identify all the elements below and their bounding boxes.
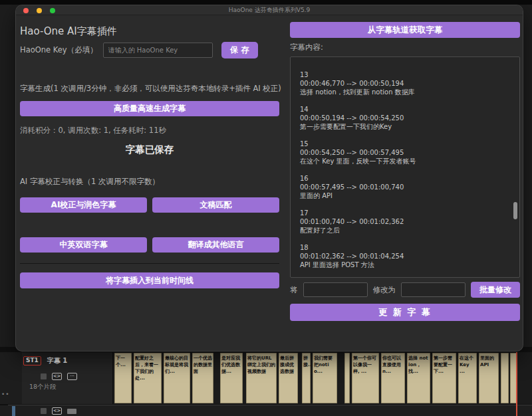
- plugin-window: HaoOne 达芬奇插件系列V5.9 Hao-One AI字幕插件 HaoOne…: [16, 5, 523, 351]
- subtitle-content-label: 字幕内容:: [290, 43, 323, 52]
- right-panel: 从字幕轨道获取字幕 字幕内容: 1300:00:46,770 --> 00:00…: [290, 15, 520, 351]
- usage-stats: 消耗积分：0, 调用次数: 1, 任务耗时: 11秒: [20, 126, 166, 136]
- subtitle-content: 1300:00:46,770 --> 00:00:50,194选择 notion…: [291, 57, 519, 269]
- track-name: 字幕 1: [47, 356, 67, 365]
- script-match-button[interactable]: 文稿匹配: [152, 197, 279, 213]
- maximize-button[interactable]: [50, 8, 55, 13]
- generate-section-note: 字幕生成(1 次调用/3分钟，非必须，可以使用达芬奇本地转录+插件 AI 校正): [20, 84, 281, 94]
- key-label: HaoOne Key（必填）: [20, 45, 98, 55]
- replace-from-input[interactable]: [303, 282, 368, 297]
- subtitle-track-header: ST1 字幕 1 <> ··· 18个片段: [22, 352, 113, 404]
- bilingual-button[interactable]: 中英双语字幕: [20, 237, 147, 253]
- replace-to-input[interactable]: [401, 282, 466, 297]
- titlebar: HaoOne 达芬奇插件系列V5.9: [16, 5, 523, 15]
- lower-track-row: <>: [0, 405, 532, 416]
- scrollbar-thumb[interactable]: [513, 202, 517, 219]
- insert-to-timeline-button[interactable]: 将字幕插入到当前时间线: [20, 272, 279, 288]
- fetch-subtitles-button[interactable]: 从字幕轨道获取字幕: [290, 22, 520, 38]
- minimize-button[interactable]: [37, 8, 42, 13]
- subtitle-entry: 1700:01:00,740 --> 00:01:02,362配置好了之后: [300, 209, 510, 235]
- section-divider: [20, 263, 279, 264]
- timeline-clip[interactable]: 第一步需要配置一下...: [432, 353, 456, 403]
- timeline-clip[interactable]: 第一个你可以像我一样, ...: [352, 353, 379, 403]
- replace-from-label: 将: [290, 285, 298, 295]
- timeline-clip[interactable]: 将它的URL绑定上我们的视频数据: [246, 353, 277, 403]
- rail-handle-dots[interactable]: ••: [1, 391, 10, 397]
- timeline-clip[interactable]: 你也可以直接使用 n...: [381, 353, 405, 403]
- subtitle-track-row: •• ST1 字幕 1 <> ··· 18个片段 下一个...配置好之后，来看一…: [0, 352, 532, 404]
- subtitle-entry: 1600:00:57,495 --> 00:01:00,740里面的 API: [300, 174, 510, 200]
- caption-bubble-icon[interactable]: ···: [67, 373, 77, 380]
- track-color-bar: [12, 406, 15, 416]
- lock-icon[interactable]: [41, 373, 47, 379]
- auto-select-icon[interactable]: <>: [52, 373, 62, 380]
- haoone-key-input[interactable]: [103, 43, 213, 58]
- playhead[interactable]: [516, 352, 517, 416]
- timeline-clip[interactable]: [344, 353, 350, 403]
- timeline-clip[interactable]: 里面的 API: [479, 353, 499, 403]
- subtitle-entry: 1800:01:02,362 --> 00:01:04,254API 里面选择 …: [300, 243, 510, 269]
- ai-correct-button[interactable]: AI校正与润色字幕: [20, 197, 147, 213]
- desktop-top-strip: [0, 0, 532, 5]
- timeline-clip[interactable]: 一个优选的数据里面: [192, 353, 213, 403]
- clip-count-label: 18个片段: [29, 383, 57, 391]
- replace-to-label: 修改为: [373, 285, 396, 295]
- timeline: •• ST1 字幕 1 <> ··· 18个片段 下一个...配置好之后，来看一…: [0, 347, 532, 416]
- timeline-clip[interactable]: 配置好之后，来看一下我们的处...: [134, 353, 162, 403]
- generate-subtitles-button[interactable]: 高质量高速生成字幕: [20, 101, 279, 116]
- batch-modify-button[interactable]: 批量修改: [471, 282, 520, 298]
- timeline-clip[interactable]: [501, 353, 509, 403]
- left-panel: Hao-One AI字幕插件 HaoOne Key（必填） 保 存 字幕生成(1…: [20, 15, 279, 351]
- page-title: Hao-One AI字幕插件: [20, 25, 117, 38]
- translate-button[interactable]: 翻译成其他语言: [152, 237, 279, 253]
- batch-replace-row: 将 修改为 批量修改: [290, 282, 520, 298]
- timeline-clip[interactable]: 最核心的目标就是将我们...: [164, 353, 190, 403]
- lock-icon[interactable]: [41, 408, 47, 414]
- timeline-clip[interactable]: 在这个 Key ...: [458, 353, 477, 403]
- track-badge[interactable]: ST1: [23, 356, 41, 365]
- auto-select-icon[interactable]: <>: [52, 407, 62, 415]
- subtitle-entry: 1300:00:46,770 --> 00:00:50,194选择 notion…: [300, 70, 510, 96]
- saved-status: 字幕已保存: [20, 144, 279, 156]
- close-button[interactable]: [23, 8, 29, 13]
- timeline-clip[interactable]: 拼接...: [302, 353, 311, 403]
- timeline-clip[interactable]: 选择 notion，找...: [407, 353, 430, 403]
- track-thumbnail-icon[interactable]: [67, 409, 76, 414]
- subtitle-entry: 1500:00:54,250 --> 00:00:57,495在这个 Key 里…: [300, 140, 510, 165]
- subtitle-textarea[interactable]: 1300:00:46,770 --> 00:00:50,194选择 notion…: [290, 56, 520, 278]
- timeline-clip[interactable]: 我们需要把notio...: [313, 353, 337, 403]
- timeline-left-rail: ••: [0, 352, 22, 404]
- window-title: HaoOne 达芬奇插件系列V5.9: [229, 6, 310, 15]
- timeline-clip[interactable]: 最后拼接成优选数据: [279, 353, 298, 403]
- subtitle-entry: 1400:00:50,194 --> 00:00:54,250第一步需要配置一下…: [300, 105, 510, 131]
- ai-section-note: AI 字幕校正与转换（1 次调用不限字数）: [20, 177, 160, 187]
- timeline-clip[interactable]: 下一个...: [114, 353, 132, 403]
- key-row: HaoOne Key（必填） 保 存: [20, 42, 279, 58]
- clips-area: 下一个...配置好之后，来看一下我们的处...最核心的目标就是将我们...一个优…: [113, 353, 517, 403]
- save-button[interactable]: 保 存: [221, 42, 258, 58]
- timeline-clip[interactable]: 是对应我们优选数据...: [220, 353, 243, 403]
- update-subtitles-button[interactable]: 更 新 字 幕: [290, 304, 520, 321]
